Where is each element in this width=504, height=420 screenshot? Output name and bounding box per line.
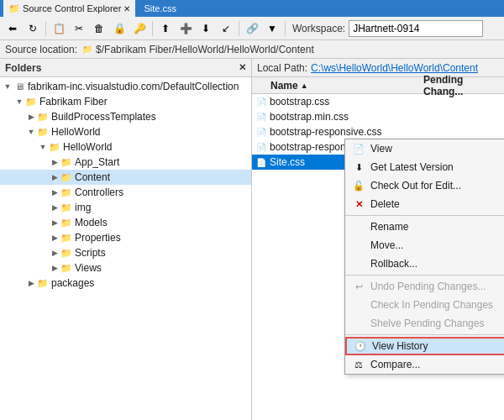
ctx-get-latest[interactable]: ⬇ Get Latest Version — [345, 158, 504, 176]
ctx-shelve-icon — [352, 317, 365, 330]
toolbar-down2-btn[interactable]: ↙ — [217, 19, 235, 38]
tree-item-fabrikam[interactable]: ▼ 📁 Fabrikam Fiber — [0, 94, 251, 109]
tree-item-root[interactable]: ▼ 🖥 fabrikam-inc.visualstudio.com/Defaul… — [0, 79, 251, 94]
toolbar-lock-btn[interactable]: 🔒 — [110, 19, 129, 38]
ctx-rename-icon — [352, 220, 365, 234]
ctx-undo: ↩ Undo Pending Changes... — [345, 277, 504, 296]
toolbar-cut-btn[interactable]: ✂ — [70, 19, 88, 38]
toolbar-sep-3 — [239, 21, 239, 36]
title-bar: 📁 Source Control Explorer ✕ Site.css — [0, 0, 504, 17]
tree-label-buildprocess: BuildProcessTemplates — [51, 111, 156, 123]
ctx-rollback[interactable]: Rollback... — [345, 255, 504, 273]
file-item-bootstrap-resp-css[interactable]: 📄 bootstrap-responsive.css — [252, 124, 504, 139]
col-name[interactable]: Name ▲ — [252, 80, 420, 92]
toggle-properties[interactable]: ▶ — [49, 232, 60, 244]
toolbar-link-btn[interactable]: 🔗 — [243, 19, 261, 38]
ctx-move-label: Move... — [370, 239, 504, 251]
folder-icon-buildprocess: 📁 — [37, 111, 49, 123]
toolbar-refresh-btn[interactable]: ↻ — [24, 19, 42, 38]
ctx-checkout[interactable]: 🔓 Check Out for Edit... — [345, 176, 504, 195]
toolbar-copy-btn[interactable]: 📋 — [50, 19, 68, 38]
toolbar-add-btn[interactable]: ➕ — [176, 19, 195, 38]
toggle-views[interactable]: ▶ — [49, 262, 60, 274]
tree-item-content[interactable]: ▶ 📁 Content — [0, 170, 251, 185]
col-name-label: Name — [270, 80, 298, 92]
folders-header-label: Folders — [5, 62, 41, 74]
folder-icon-scripts: 📁 — [60, 247, 72, 259]
toolbar-key-btn[interactable]: 🔑 — [130, 19, 149, 38]
tree-item-scripts[interactable]: ▶ 📁 Scripts — [0, 245, 251, 260]
toggle-root[interactable]: ▼ — [2, 81, 13, 92]
toolbar-down-btn[interactable]: ⬇ — [197, 19, 215, 38]
toggle-scripts[interactable]: ▶ — [49, 247, 60, 259]
folders-panel-close[interactable]: ✕ — [239, 62, 246, 73]
toggle-content[interactable]: ▶ — [49, 171, 60, 183]
tree-item-views[interactable]: ▶ 📁 Views — [0, 260, 251, 276]
tree-item-appstart[interactable]: ▶ 📁 App_Start — [0, 155, 251, 170]
tab-site-css[interactable]: Site.css — [139, 0, 181, 17]
ctx-checkin-icon — [352, 298, 365, 312]
file-item-bootstrap-css[interactable]: 📄 bootstrap.css — [252, 94, 504, 109]
folder-icon-properties: 📁 — [60, 232, 72, 244]
toolbar-sep-1 — [45, 21, 46, 36]
workspace-label: Workspace: — [292, 23, 345, 34]
file-label-site-css: Site.css — [270, 156, 305, 168]
files-columns: Name ▲ Pending Chang... — [252, 77, 504, 94]
tree-item-img[interactable]: ▶ 📁 img — [0, 200, 251, 215]
toolbar-dropdown-btn[interactable]: ▼ — [263, 19, 281, 38]
toggle-img[interactable]: ▶ — [49, 202, 60, 213]
folder-icon-content: 📁 — [60, 171, 72, 183]
tree-item-helloworld1[interactable]: ▼ 📁 HelloWorld — [0, 124, 251, 139]
tree-label-helloworld2: HelloWorld — [63, 141, 112, 153]
tree-item-helloworld2[interactable]: ▼ 📁 HelloWorld — [0, 139, 251, 155]
tree-view[interactable]: ▼ 🖥 fabrikam-inc.visualstudio.com/Defaul… — [0, 77, 251, 420]
folder-icon-helloworld1: 📁 — [37, 126, 49, 138]
ctx-viewhistory-icon: 🕐 — [354, 339, 367, 353]
toggle-helloworld2[interactable]: ▼ — [37, 141, 49, 153]
file-item-bootstrap-min-css[interactable]: 📄 bootstrap.min.css — [252, 109, 504, 124]
ctx-view[interactable]: 📄 View — [345, 139, 504, 158]
folder-icon-controllers: 📁 — [60, 186, 72, 198]
toolbar-sep-4 — [285, 21, 286, 36]
ctx-undo-label: Undo Pending Changes... — [370, 281, 504, 292]
toolbar-back-btn[interactable]: ⬅ — [3, 19, 22, 38]
source-location-path: $/Fabrikam Fiber/HelloWorld/HelloWorld/C… — [96, 44, 314, 55]
toggle-appstart[interactable]: ▶ — [49, 156, 60, 168]
folders-panel: Folders ✕ ▼ 🖥 fabrikam-inc.visualstudio.… — [0, 59, 252, 420]
workspace-input[interactable] — [349, 20, 483, 37]
ctx-move[interactable]: Move... — [345, 236, 504, 255]
ctx-rollback-label: Rollback... — [370, 258, 504, 270]
toggle-fabrikam[interactable]: ▼ — [13, 96, 25, 108]
toggle-models[interactable]: ▶ — [49, 217, 60, 228]
ctx-rename[interactable]: Rename — [345, 218, 504, 236]
tree-label-controllers: Controllers — [75, 186, 123, 198]
toggle-packages[interactable]: ▶ — [25, 277, 37, 289]
tree-label-packages: packages — [51, 277, 94, 289]
tree-item-controllers[interactable]: ▶ 📁 Controllers — [0, 185, 251, 200]
tab-close-icon[interactable]: ✕ — [123, 4, 130, 13]
tree-item-properties[interactable]: ▶ 📁 Properties — [0, 230, 251, 245]
ctx-sep-2 — [345, 275, 504, 276]
toggle-buildprocess[interactable]: ▶ — [25, 111, 37, 123]
folder-icon-packages: 📁 — [37, 277, 49, 289]
tree-item-packages[interactable]: ▶ 📁 packages — [0, 276, 251, 291]
ctx-delete[interactable]: ✕ Delete — [345, 195, 504, 213]
col-sort-icon: ▲ — [301, 81, 308, 90]
toggle-controllers[interactable]: ▶ — [49, 186, 60, 198]
ctx-move-icon — [352, 239, 365, 252]
ctx-view-history[interactable]: 🕐 View History — [345, 337, 504, 355]
tree-label-scripts: Scripts — [75, 247, 106, 259]
ctx-compare[interactable]: ⚖ Compare... — [345, 355, 504, 374]
local-path-value[interactable]: C:\ws\HelloWorld\HelloWorld\Content — [311, 62, 478, 74]
ctx-checkin: Check In Pending Changes — [345, 296, 504, 314]
tab-source-control-label: Source Control Explorer — [23, 3, 121, 13]
toolbar-delete-btn[interactable]: 🗑 — [90, 19, 108, 38]
tree-item-buildprocess[interactable]: ▶ 📁 BuildProcessTemplates — [0, 109, 251, 124]
toggle-helloworld1[interactable]: ▼ — [25, 126, 37, 138]
folder-icon-helloworld2: 📁 — [49, 141, 60, 153]
toolbar-sep-2 — [152, 21, 153, 36]
file-icon-bootstrap-min-css: 📄 — [255, 111, 267, 123]
toolbar-up-btn[interactable]: ⬆ — [156, 19, 175, 38]
tree-item-models[interactable]: ▶ 📁 Models — [0, 215, 251, 230]
tab-source-control-explorer[interactable]: 📁 Source Control Explorer ✕ — [3, 0, 135, 17]
